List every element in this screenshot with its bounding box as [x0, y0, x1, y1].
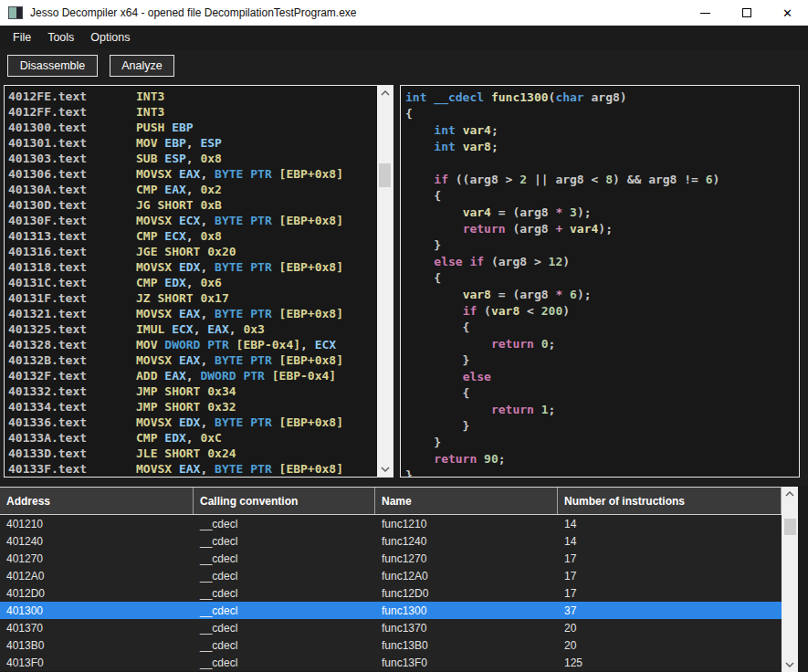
scroll-up-icon[interactable]: [377, 86, 393, 100]
disasm-line: 401334.textJMP SHORT 0x32: [8, 399, 377, 415]
disasm-address: 401318.text: [8, 259, 136, 275]
disassembly-scrollbar[interactable]: [377, 86, 393, 477]
scroll-down-icon[interactable]: [377, 462, 393, 477]
disasm-line: 40131C.textCMP EDX, 0x6: [8, 275, 377, 290]
code-line: int __cdecl func1300(char arg8): [405, 89, 799, 106]
disasm-address: 401301.text: [8, 135, 136, 151]
decompiled-code-panel[interactable]: int __cdecl func1300(char arg8){ int var…: [400, 85, 800, 478]
table-cell: __cdecl: [194, 550, 375, 567]
disasm-line: 40132F.textADD EAX, DWORD PTR [EBP-0x4]: [8, 368, 377, 383]
decompiled-code: int __cdecl func1300(char arg8){ int var…: [401, 86, 799, 477]
code-line: int var8;: [405, 139, 799, 155]
scrollbar-thumb[interactable]: [379, 163, 391, 187]
scrollbar-thumb[interactable]: [784, 519, 796, 535]
disasm-line: 40132B.textMOVSX EAX, BYTE PTR [EBP+0x8]: [8, 352, 377, 368]
table-cell: 17: [558, 584, 782, 602]
column-header[interactable]: Calling convention: [194, 488, 375, 514]
code-line: var8 = (arg8 * 6);: [405, 287, 799, 303]
table-cell: 401240: [0, 532, 194, 550]
window-title: Jesso Decompiler x64 - opened file Decom…: [30, 6, 357, 19]
code-line: var4 = (arg8 * 3);: [405, 205, 799, 221]
code-line: {: [405, 270, 799, 287]
table-cell: __cdecl: [194, 619, 375, 636]
menu-bar: FileToolsOptions: [0, 26, 808, 49]
disasm-address: 401332.text: [8, 383, 136, 399]
app-icon: [8, 6, 23, 19]
minimize-icon: [700, 13, 710, 14]
scroll-down-icon[interactable]: [782, 657, 797, 672]
disasm-address: 401334.text: [8, 399, 136, 415]
disasm-address: 401328.text: [8, 337, 136, 352]
disasm-line: 40133F.textMOVSX EAX, BYTE PTR [EBP+0x8]: [8, 461, 377, 477]
disassembly-panel[interactable]: 4012FE.textINT34012FF.textINT3401300.tex…: [4, 85, 394, 478]
function-row[interactable]: 401240__cdeclfunc124014: [0, 532, 782, 550]
table-cell: 20: [558, 636, 782, 654]
code-line: else if (arg8 > 12): [405, 254, 799, 270]
column-header[interactable]: Name: [375, 488, 558, 514]
disasm-line: 40130A.textCMP EAX, 0x2: [8, 182, 377, 197]
code-line: }: [405, 237, 799, 254]
table-cell: 14: [558, 515, 782, 532]
function-row[interactable]: 401370__cdeclfunc137020: [0, 619, 782, 636]
code-line: {: [405, 188, 799, 205]
function-row[interactable]: 4013F0__cdeclfunc13F0125: [0, 654, 782, 671]
table-cell: 125: [558, 654, 782, 671]
table-cell: 4013F0: [0, 654, 194, 671]
code-line: }: [405, 418, 799, 435]
table-cell: func1300: [375, 602, 558, 619]
maximize-icon: [742, 8, 751, 17]
disasm-line: 40133D.textJLE SHORT 0x24: [8, 446, 377, 461]
table-cell: 401370: [0, 619, 194, 636]
table-cell: __cdecl: [194, 654, 375, 671]
disasm-address: 401325.text: [8, 321, 136, 337]
table-cell: func1270: [375, 550, 558, 567]
code-line: }: [405, 467, 799, 477]
disasm-address: 40130D.text: [8, 197, 136, 213]
table-cell: func12D0: [375, 584, 558, 602]
code-line: if ((arg8 > 2 || arg8 < 8) && arg8 != 6): [405, 172, 799, 188]
scroll-up-icon[interactable]: [782, 487, 797, 501]
disasm-address: 4012FF.text: [8, 104, 136, 120]
function-row[interactable]: 4012A0__cdeclfunc12A017: [0, 567, 782, 584]
column-header[interactable]: Address: [0, 488, 194, 514]
disasm-line: 401306.textMOVSX EAX, BYTE PTR [EBP+0x8]: [8, 166, 377, 182]
menu-file[interactable]: File: [5, 27, 39, 47]
disasm-address: 40130F.text: [8, 213, 136, 228]
table-cell: __cdecl: [194, 584, 375, 602]
function-row[interactable]: 401300__cdeclfunc130037: [0, 602, 782, 619]
close-button[interactable]: ✕: [767, 0, 808, 26]
table-cell: __cdecl: [194, 515, 375, 532]
disasm-line: 40130F.textMOVSX ECX, BYTE PTR [EBP+0x8]: [8, 213, 377, 228]
disassemble-button[interactable]: Disassemble: [7, 55, 98, 77]
table-cell: 401300: [0, 602, 194, 619]
code-line: {: [405, 385, 799, 402]
menu-tools[interactable]: Tools: [39, 27, 82, 47]
disasm-line: 401301.textMOV EBP, ESP: [8, 135, 377, 151]
function-row[interactable]: 401210__cdeclfunc121014: [0, 515, 782, 532]
analyze-button[interactable]: Analyze: [110, 55, 174, 77]
disasm-address: 40133F.text: [8, 461, 136, 477]
disasm-line: 401303.textSUB ESP, 0x8: [8, 151, 377, 166]
code-line: [405, 155, 799, 172]
table-scrollbar[interactable]: [782, 487, 798, 672]
disasm-address: 401306.text: [8, 166, 136, 182]
disasm-address: 401303.text: [8, 151, 136, 166]
function-row[interactable]: 4012D0__cdeclfunc12D017: [0, 584, 782, 602]
disasm-line: 401300.textPUSH EBP: [8, 120, 377, 135]
disasm-line: 40130D.textJG SHORT 0xB: [8, 197, 377, 213]
function-row[interactable]: 401270__cdeclfunc127017: [0, 550, 782, 567]
disasm-address: 4012FE.text: [8, 89, 136, 104]
minimize-button[interactable]: [685, 0, 726, 26]
table-cell: func13B0: [375, 636, 558, 654]
disasm-line: 401332.textJMP SHORT 0x34: [8, 383, 377, 399]
disasm-line: 4012FE.textINT3: [8, 89, 377, 104]
disasm-line: 401336.textMOVSX EDX, BYTE PTR [EBP+0x8]: [8, 415, 377, 430]
disasm-address: 401321.text: [8, 306, 136, 321]
column-header[interactable]: Number of instructions: [558, 488, 782, 514]
maximize-button[interactable]: [726, 0, 767, 26]
menu-options[interactable]: Options: [82, 27, 138, 47]
table-cell: __cdecl: [194, 567, 375, 584]
disasm-address: 40131C.text: [8, 275, 136, 290]
disasm-address: 401316.text: [8, 244, 136, 259]
function-row[interactable]: 4013B0__cdeclfunc13B020: [0, 636, 782, 654]
